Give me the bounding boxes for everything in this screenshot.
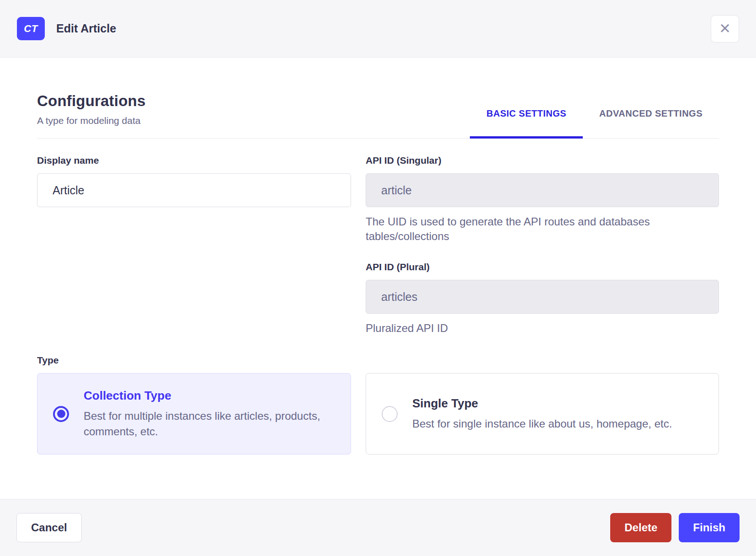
collection-type-text: Collection Type Best for multiple instan… [84,389,335,438]
delete-button[interactable]: Delete [610,513,671,542]
api-id-singular-input[interactable] [366,173,719,207]
type-section: Type Collection Type Best for multiple i… [37,355,719,454]
api-id-singular-label: API ID (Singular) [366,155,719,166]
close-button[interactable]: ✕ [711,15,739,43]
modal-body: Configurations A type for modeling data … [0,58,756,499]
single-type-radio[interactable] [382,406,398,422]
api-id-plural-hint: Pluralized API ID [366,321,663,336]
collection-type-description: Best for multiple instances like article… [84,408,335,438]
section-header-text: Configurations A type for modeling data [37,92,145,138]
section-header: Configurations A type for modeling data … [37,92,719,139]
single-type-description: Best for single instance like about us, … [412,416,672,431]
display-name-label: Display name [37,155,351,166]
settings-tabs: BASIC SETTINGS ADVANCED SETTINGS [470,108,719,138]
single-type-text: Single Type Best for single instance lik… [412,396,672,431]
modal-footer: Cancel Delete Finish [0,499,756,556]
api-id-column: API ID (Singular) The UID is used to gen… [366,155,719,336]
edit-content-type-modal: CT Edit Article ✕ Configurations A type … [0,0,756,556]
finish-button[interactable]: Finish [679,513,740,542]
type-card-collection[interactable]: Collection Type Best for multiple instan… [37,373,351,454]
page-subtitle: A type for modeling data [37,115,145,126]
tab-basic-settings[interactable]: BASIC SETTINGS [470,108,583,138]
api-id-plural-label: API ID (Plural) [366,262,719,273]
single-type-title: Single Type [412,396,672,411]
modal-title: Edit Article [56,22,116,35]
content-type-badge: CT [17,17,45,40]
tab-advanced-settings[interactable]: ADVANCED SETTINGS [583,108,719,138]
display-name-field: Display name [37,155,351,336]
api-id-singular-hint: The UID is used to generate the API rout… [366,214,663,243]
modal-header: CT Edit Article ✕ [0,0,756,58]
type-options: Collection Type Best for multiple instan… [37,373,719,454]
close-icon: ✕ [719,21,731,36]
configuration-form: Display name API ID (Singular) The UID i… [37,155,719,336]
radio-dot [57,410,65,418]
type-label: Type [37,355,719,366]
page-title: Configurations [37,92,145,110]
cancel-button[interactable]: Cancel [16,513,82,542]
api-id-singular-field: API ID (Singular) The UID is used to gen… [366,155,719,243]
content-type-badge-label: CT [24,23,37,35]
type-card-single[interactable]: Single Type Best for single instance lik… [366,373,719,454]
collection-type-radio[interactable] [53,406,69,422]
api-id-plural-input[interactable] [366,280,719,314]
display-name-input[interactable] [37,173,351,207]
collection-type-title: Collection Type [84,389,335,403]
api-id-plural-field: API ID (Plural) Pluralized API ID [366,262,719,336]
